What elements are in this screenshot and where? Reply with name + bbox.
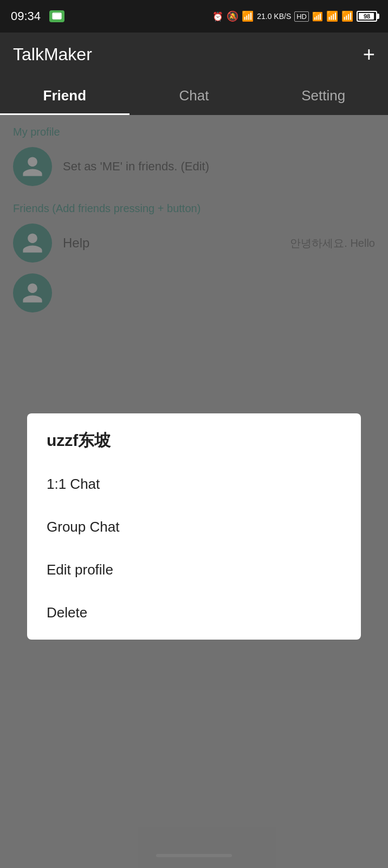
status-bar: 09:34 ⏰ 🔕 📶 21.0 KB/S HD 📶 📶 📶 98: [0, 0, 388, 33]
bluetooth-icon: 📶: [242, 10, 254, 22]
context-menu: uzzf东坡 1:1 Chat Group Chat Edit profile …: [27, 413, 361, 640]
chat-notification-icon: [49, 10, 64, 22]
hd-icon: HD: [294, 11, 309, 22]
mute-icon: 🔕: [227, 10, 238, 22]
context-menu-title: uzzf东坡: [47, 430, 341, 452]
tab-friend[interactable]: Friend: [0, 76, 130, 115]
menu-item-edit-profile[interactable]: Edit profile: [47, 548, 341, 591]
alarm-icon: ⏰: [212, 11, 223, 22]
network-speed: 21.0 KB/S: [257, 12, 291, 21]
tab-bar: Friend Chat Setting: [0, 76, 388, 115]
status-time: 09:34: [11, 9, 41, 23]
main-content: My profile Set as 'ME' in friends. (Edit…: [0, 115, 388, 868]
menu-item-delete[interactable]: Delete: [47, 591, 341, 634]
signal-icon-2: 📶: [341, 10, 353, 22]
battery-icon: 98: [357, 11, 377, 22]
menu-item-group-chat[interactable]: Group Chat: [47, 506, 341, 548]
status-icons: ⏰ 🔕 📶 21.0 KB/S HD 📶 📶 📶 98: [212, 10, 377, 22]
tab-setting[interactable]: Setting: [258, 76, 388, 115]
app-header: TalkMaker +: [0, 33, 388, 76]
add-button[interactable]: +: [363, 44, 375, 65]
tab-chat[interactable]: Chat: [130, 76, 259, 115]
signal-icon-1: 📶: [326, 10, 338, 22]
app-title: TalkMaker: [13, 44, 92, 65]
wifi-icon: 📶: [312, 11, 323, 22]
menu-item-one-to-one-chat[interactable]: 1:1 Chat: [47, 463, 341, 506]
